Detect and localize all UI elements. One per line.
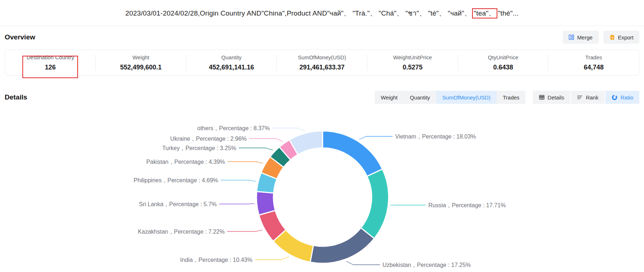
overview-stats-card: Destination Country 126 Weight 552,499,6… [5,50,639,76]
pie-label-sri-lanka: Sri Lanka，Percentage : 5.7% [139,201,217,207]
label-line-others [272,128,305,131]
ratio-chart-area: Vietnam，Percentage : 18.03%Russia，Percen… [0,102,644,272]
label-line-india [255,256,289,260]
stat-quantity: Quantity 452,691,141.16 [186,54,277,71]
stat-sum-of-money: SumOfMoney(USD) 291,461,633.37 [277,54,367,71]
donut-chart-icon [611,94,618,101]
annotation-box-tea: "tea"、 [472,8,497,18]
pie-slice-vietnam[interactable] [323,131,382,176]
stat-destination-country: Destination Country 126 [5,54,96,71]
export-icon [609,34,615,40]
merge-icon [569,34,574,40]
query-title-prefix: 2023/03/01-2024/02/28,Origin Country AND… [125,9,471,17]
table-icon [539,94,545,100]
label-line-pakistan [228,162,263,163]
stat-weight-unit-price: WeightUnitPrice 0.5275 [367,54,458,71]
query-title-suffix: "thé"... [498,9,519,17]
merge-button-label: Merge [577,34,593,41]
pie-slice-sri-lanka[interactable] [256,192,275,215]
pie-slice-uzbekistan[interactable] [310,228,374,263]
pie-label-ukraine: Ukraine，Percentage : 2.96% [170,136,247,142]
query-title: 2023/03/01-2024/02/28,Origin Country AND… [0,0,644,18]
pie-slice-russia[interactable] [361,169,389,238]
label-line-sri-lanka [219,204,255,204]
export-button[interactable]: Export [604,31,639,44]
pie-label-india: India，Percentage : 10.43% [180,257,252,263]
label-line-ukraine [249,139,283,141]
pie-label-russia: Russia，Percentage : 17.71% [428,202,506,208]
label-line-philippines [221,180,256,182]
pie-label-philippines: Philippines，Percentage : 4.69% [134,177,218,183]
stat-weight: Weight 552,499,600.1 [96,54,186,71]
pie-label-kazakhstan: Kazakhstan，Percentage : 7.22% [138,229,225,235]
overview-heading: Overview [5,33,35,41]
pie-label-uzbekistan: Uzbekistan，Percentage : 17.25% [382,262,471,268]
label-line-vietnam [359,136,393,140]
stat-qty-unit-price: QtyUnitPrice 0.6438 [458,54,549,71]
pie-label-turkey: Turkey，Percentage : 3.25% [162,145,236,151]
ratio-donut-chart: Vietnam，Percentage : 18.03%Russia，Percen… [0,102,644,272]
merge-button[interactable]: Merge [563,31,598,44]
pie-label-vietnam: Vietnam，Percentage : 18.03% [395,133,476,140]
label-line-kazakhstan [227,230,263,231]
export-button-label: Export [618,34,634,41]
pie-label-pakistan: Pakistan，Percentage : 4.39% [146,159,225,165]
pie-label-others: others，Percentage : 8.37% [197,125,270,131]
stat-trades: Trades 64,748 [548,54,639,71]
rank-icon [577,94,583,100]
label-line-uzbekistan [346,261,380,265]
header-divider [0,26,644,26]
details-heading: Details [5,93,27,101]
label-line-turkey [239,148,273,150]
